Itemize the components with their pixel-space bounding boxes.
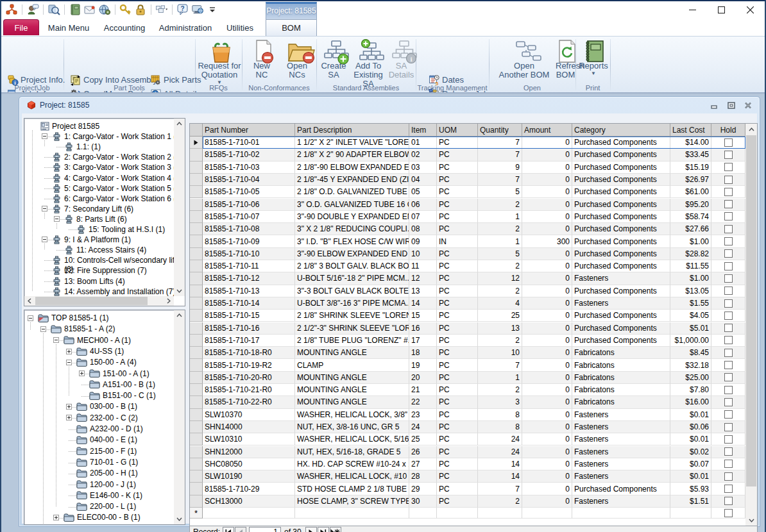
tree-item-label[interactable]: PNEU00-00 - C (1) <box>77 524 142 525</box>
cell-col-item[interactable]: 19 <box>409 359 437 371</box>
cell-col-last-cost[interactable]: $4.05 <box>670 310 711 322</box>
cell-col-uom[interactable]: IN <box>437 235 478 247</box>
cell-col-item[interactable]: 15 <box>409 310 437 322</box>
cell-col-amount[interactable]: 0 <box>522 433 572 445</box>
cell-col-item[interactable]: 29 <box>409 483 437 495</box>
cell-col-category[interactable]: Purchased Components <box>572 310 670 322</box>
cell-col-part-description[interactable]: 2 1/8" O.D. GALVANIZED TUBE ... <box>295 186 409 198</box>
cell-col-category[interactable]: Fasteners <box>572 297 670 310</box>
cell-col-hold[interactable] <box>711 359 745 371</box>
scroll-right-icon[interactable] <box>164 296 174 306</box>
cell-col-part-number[interactable]: SLW10190 <box>203 470 295 483</box>
hold-checkbox[interactable] <box>724 435 733 444</box>
cell-col-hold[interactable] <box>711 297 745 310</box>
grid-row[interactable]: 81585-1-710-20-R0MOUNTING ANGLE20PC10Fab… <box>190 372 745 384</box>
scroll-down-icon[interactable] <box>174 514 185 524</box>
cell-col-uom[interactable]: PC <box>437 359 478 371</box>
grid-row[interactable]: SLW10370WASHER, HELICAL LOCK, 3/8" ...23… <box>190 409 745 421</box>
cell-col-part-description[interactable]: STD HOSE CLAMP 2 1/8 TUBE ... <box>295 483 409 495</box>
tree-item-label[interactable]: 205-00 - H (1) <box>90 469 138 478</box>
pick-parts-button[interactable]: Pick Parts <box>150 73 201 86</box>
hold-checkbox[interactable] <box>724 274 733 283</box>
cell-col-quantity[interactable]: 1 <box>478 372 522 384</box>
tree-collapse-icon[interactable] <box>42 206 47 212</box>
cell-col-quantity[interactable]: 9 <box>478 162 522 174</box>
new-cell-col-hold[interactable] <box>711 508 745 519</box>
tab-administration[interactable]: Administration <box>158 19 213 36</box>
grid-row[interactable]: 81585-1-710-103"-90 ELBOW EXPANDED END (… <box>190 248 745 260</box>
cell-col-category[interactable]: Fabricatons <box>572 359 670 371</box>
cell-col-quantity[interactable]: 14 <box>478 470 522 483</box>
new-cell-col-part-description[interactable] <box>295 508 409 519</box>
cell-col-item[interactable]: 12 <box>409 272 437 285</box>
cell-col-part-description[interactable]: WASHER, HELICAL LOCK, #10 <box>295 470 409 483</box>
cell-col-amount[interactable]: 0 <box>522 359 572 371</box>
cell-col-part-number[interactable]: SLW10310 <box>203 433 295 445</box>
cell-col-amount[interactable]: 0 <box>522 174 572 186</box>
cell-col-part-description[interactable]: 3" I.D. "B" FLEX HOSE C/W WIR... <box>295 235 409 247</box>
cell-col-hold[interactable] <box>711 211 745 223</box>
cell-col-uom[interactable]: PC <box>437 272 478 285</box>
cell-col-part-description[interactable]: MOUNTING ANGLE <box>295 396 409 408</box>
close-button[interactable] <box>736 1 765 18</box>
cell-col-category[interactable]: Fabricatons <box>572 347 670 359</box>
cell-col-amount[interactable]: 0 <box>522 211 572 223</box>
grid-vertical-scrollbar[interactable] <box>745 124 757 526</box>
grid-row[interactable]: SHN14000NUT, HEX, 3/8-16 UNC, GR 524PC80… <box>190 421 745 433</box>
cell-col-part-description[interactable]: NUT, HEX, 5/16-18, GRADE 5 <box>295 446 409 458</box>
cell-col-part-number[interactable]: 81585-1-710-22-R0 <box>203 396 295 408</box>
cell-col-part-number[interactable]: 81585-1-710-10 <box>203 248 295 260</box>
cell-col-part-description[interactable]: CLAMP <box>295 359 409 371</box>
cell-col-category[interactable]: Purchased Components <box>572 483 670 495</box>
copy-into-assembly-button[interactable]: Copy Into Assembly <box>70 73 157 86</box>
cell-col-quantity[interactable]: 10 <box>478 347 522 359</box>
hold-checkbox[interactable] <box>724 176 733 184</box>
cell-col-amount[interactable]: 0 <box>522 483 572 495</box>
cell-col-part-number[interactable]: SHN14000 <box>203 421 295 433</box>
cell-col-uom[interactable]: PC <box>437 297 478 310</box>
cell-col-amount[interactable]: 0 <box>522 384 572 396</box>
tree-item-label[interactable]: 030-00 - B (1) <box>90 402 137 411</box>
cell-col-quantity[interactable]: 3 <box>478 396 522 408</box>
cell-col-uom[interactable]: PC <box>437 421 478 433</box>
tree-expand-icon[interactable] <box>53 515 59 520</box>
cell-col-item[interactable]: 08 <box>409 223 437 235</box>
cell-col-last-cost[interactable]: $0.01 <box>670 409 711 421</box>
reports-button[interactable]: Reports▼ <box>577 38 609 83</box>
cell-col-hold[interactable] <box>711 162 745 174</box>
header-col-category[interactable]: Category <box>572 124 670 137</box>
header-col-part-description[interactable]: Part Description <box>295 124 409 137</box>
cell-col-quantity[interactable]: 2 <box>478 335 522 347</box>
cell-col-item[interactable]: 05 <box>409 186 437 198</box>
cell-col-item[interactable]: 17 <box>409 335 437 347</box>
cell-col-part-number[interactable]: 81585-1-710-15 <box>203 310 295 322</box>
tree-item-label[interactable]: 9: I & A Platform (1) <box>64 235 131 244</box>
cell-col-hold[interactable] <box>711 433 745 445</box>
tree-expand-icon[interactable] <box>66 349 72 354</box>
project-tree-vertical-scrollbar[interactable] <box>174 119 185 296</box>
cell-col-part-description[interactable]: 2 1/8" TUBE PLUG "LORENZ" #... <box>295 335 409 347</box>
cell-col-uom[interactable]: PC <box>437 384 478 396</box>
cell-col-part-number[interactable]: 81585-1-710-02 <box>203 149 295 161</box>
cell-col-item[interactable]: 26 <box>409 446 437 458</box>
cell-col-part-number[interactable]: 81585-1-710-05 <box>203 186 295 198</box>
cell-col-last-cost[interactable]: $1.51 <box>670 495 711 508</box>
cell-col-part-number[interactable]: SCH13000 <box>203 495 295 508</box>
cell-col-category[interactable]: Fasteners <box>572 433 670 445</box>
tree-item-label[interactable]: A151-00 - B (1) <box>103 380 155 389</box>
tree-expand-icon[interactable] <box>79 370 85 376</box>
rfq-button[interactable]: Request for Quotation▼ <box>198 38 241 83</box>
grid-row[interactable]: 81585-1-710-22-R0MOUNTING ANGLE22PC30Fab… <box>190 396 745 408</box>
grid-row[interactable]: 81585-1-710-162 1/2"-3" SHRINK SLEEVE "L… <box>190 322 745 335</box>
cell-col-last-cost[interactable]: $33.45 <box>670 149 711 161</box>
minimize-button[interactable] <box>678 1 707 18</box>
tree-item-label[interactable]: A232-00 - D (1) <box>90 424 143 433</box>
tree-item-label[interactable]: 12: Fire Suppression (7) <box>64 266 147 275</box>
cell-col-item[interactable]: 01 <box>409 137 437 149</box>
add-to-sa-button[interactable]: Add To Existing SA <box>349 38 387 83</box>
tree-item-label[interactable]: 150-00 - A (4) <box>90 358 137 367</box>
hold-checkbox[interactable] <box>724 262 733 270</box>
cell-col-item[interactable]: 04 <box>409 174 437 186</box>
cell-col-amount[interactable]: 0 <box>522 409 572 421</box>
tree-item-label[interactable]: 8: Parts Lift (6) <box>76 215 127 224</box>
